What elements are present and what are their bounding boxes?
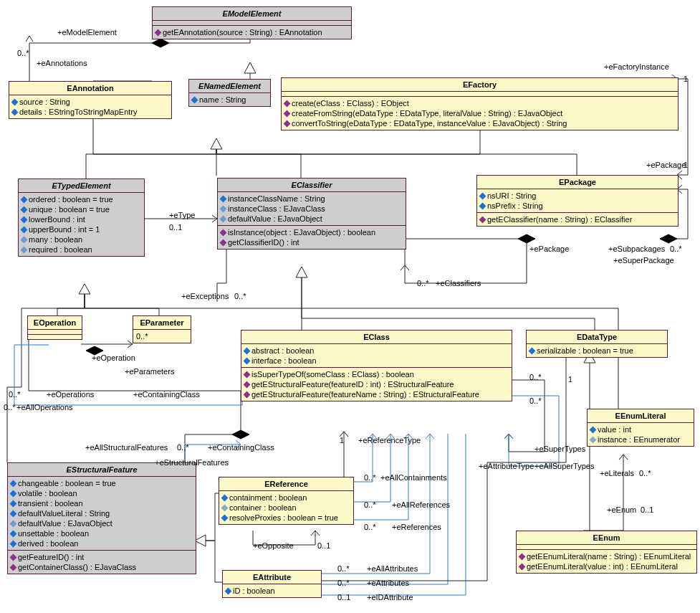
lbl-m0s10: 0..*	[364, 473, 376, 482]
lbl-m01d: 0..1	[641, 505, 653, 514]
lbl-eLiterals: +eLiterals	[600, 469, 634, 477]
lbl-m01b: 0..1	[317, 541, 330, 550]
lbl-one: 1	[684, 75, 688, 83]
class-ETypedElement: ETypedElement ordered : boolean = true u…	[18, 179, 145, 257]
class-EAttribute: EAttribute iD : boolean	[222, 570, 322, 598]
lbl-eEnum: +eEnum	[607, 505, 636, 514]
lbl-eAnnotations: +eAnnotations	[37, 59, 87, 67]
lbl-eAllAttributes: +eAllAttributes	[367, 564, 418, 573]
class-EAnnotation: EAnnotation source : String details : ES…	[9, 81, 172, 119]
svg-marker-1	[211, 138, 222, 149]
class-ENamedElement: ENamedElement name : String	[188, 79, 271, 107]
class-EDataType: EDataType serializable : boolean = true	[526, 330, 668, 358]
lbl-eStructuralFeatures: +eStructuralFeatures	[155, 458, 229, 467]
class-EPackage: EPackage nsURI : String nsPrefix : Strin…	[476, 175, 679, 227]
lbl-eParameters: +eParameters	[125, 367, 174, 376]
lbl-m0s2: 0..*	[670, 244, 682, 253]
class-EClass: EClass abstract : boolean interface : bo…	[241, 330, 512, 401]
lbl-eSuperPackage: +eSuperPackage	[613, 256, 674, 265]
lbl-eOperation: +eOperation	[92, 353, 135, 362]
lbl-m0s9: 0..*	[529, 373, 542, 381]
lbl-m0s11: 0..*	[364, 500, 376, 509]
lbl-eAllSuperTypes: +eAllSuperTypes	[534, 462, 594, 470]
lbl-eType: +eType	[169, 211, 195, 219]
lbl-eExceptions: +eExceptions	[181, 292, 229, 300]
lbl-m0s: 0..*	[17, 49, 29, 57]
lbl-m0s7: 0..*	[177, 443, 189, 452]
lbl-m0s3: 0..*	[417, 279, 429, 288]
lbl-eAllStructuralFeatures: +eAllStructuralFeatures	[85, 443, 168, 452]
lbl-eSuperTypes: +eSuperTypes	[534, 445, 585, 453]
class-EFactory: EFactory create(eClass : EClass) : EObje…	[281, 77, 679, 130]
svg-marker-6	[152, 39, 169, 47]
lbl-m0s8: 0..*	[529, 396, 542, 405]
lbl-eAllReferences: +eAllReferences	[392, 500, 450, 509]
lbl-eIDAttribute: +eIDAttribute	[367, 593, 413, 602]
lbl-ePackage2: +ePackage	[646, 161, 686, 169]
lbl-one4: 1	[568, 375, 572, 384]
lbl-eContainingClass: +eContainingClass	[133, 390, 200, 399]
class-EParameter: EParameter 0..*	[133, 315, 191, 343]
class-EClassifier: EClassifier instanceClassName : String i…	[217, 178, 406, 250]
class-EOperation: EOperation	[27, 315, 82, 340]
lbl-eAttributeType: +eAttributeType	[479, 462, 534, 470]
svg-marker-2	[296, 267, 307, 277]
lbl-eOpposite: +eOpposite	[253, 541, 294, 550]
lbl-eContainingClass2: +eContainingClass	[208, 443, 274, 452]
lbl-m01c: 0..1	[337, 593, 350, 602]
lbl-m0s12: 0..*	[364, 523, 376, 531]
lbl-ePackage: +ePackage	[529, 244, 569, 253]
svg-marker-4	[195, 535, 206, 546]
lbl-eOperations: +eOperations	[47, 390, 94, 399]
class-title: EModelElement	[153, 7, 351, 21]
lbl-m0s15: 0..*	[639, 469, 651, 477]
lbl-one3: 1	[340, 436, 344, 445]
svg-marker-7	[518, 234, 535, 243]
lbl-eAllContainments: +eAllContainments	[380, 473, 447, 482]
class-EModelElement: EModelElement getEAnnotation(source : St…	[152, 6, 352, 39]
lbl-eReferenceType: +eReferenceType	[358, 436, 421, 445]
lbl-eModelElement: +eModelElement	[57, 28, 117, 37]
lbl-m0s13: 0..*	[337, 564, 350, 573]
lbl-m0s6: 0..*	[4, 403, 16, 412]
lbl-eAllOperations: +eAllOperations	[16, 403, 73, 412]
lbl-m01: 0..1	[169, 223, 182, 232]
lbl-eFactoryInstance: +eFactoryInstance	[604, 62, 669, 71]
class-EReference: EReference containment : boolean contain…	[219, 477, 354, 525]
operation-icon	[155, 29, 162, 36]
class-EEnumLiteral: EEnumLiteral value : int instance : EEnu…	[587, 409, 694, 447]
svg-marker-5	[79, 284, 90, 294]
lbl-m0s5: 0..*	[9, 390, 21, 399]
lbl-eAttributes: +eAttributes	[367, 579, 409, 587]
lbl-m0s14: 0..*	[337, 579, 350, 587]
class-EEnum: EEnum getEEnumLiteral(name : String) : E…	[516, 531, 697, 574]
svg-marker-8	[660, 234, 677, 243]
class-EStructuralFeature: EStructuralFeature changeable : boolean …	[7, 462, 196, 574]
svg-marker-10	[232, 430, 249, 439]
lbl-m0s4: 0..*	[234, 292, 246, 300]
lbl-eSubpackages: +eSubpackages	[608, 244, 665, 253]
lbl-eReferences: +eReferences	[392, 523, 441, 531]
svg-marker-0	[244, 62, 256, 73]
lbl-eClassifiers: +eClassifiers	[436, 279, 481, 288]
